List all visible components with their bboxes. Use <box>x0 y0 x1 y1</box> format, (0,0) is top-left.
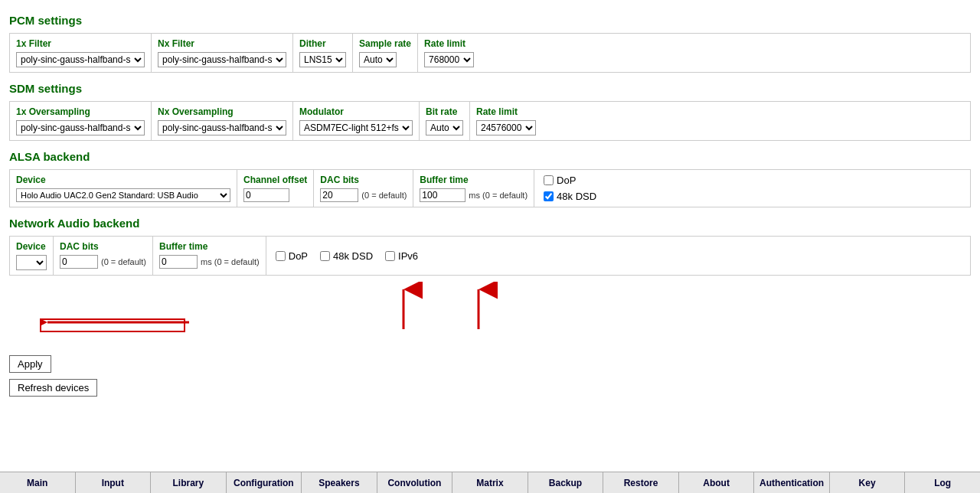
network-buffer-time-input[interactable] <box>159 255 198 269</box>
sdm-modulator-label: Modulator <box>299 106 413 117</box>
network-dsd48k-label: 48k DSD <box>333 250 373 262</box>
network-dop-label: DoP <box>289 250 308 262</box>
alsa-title: ALSA backend <box>9 150 971 163</box>
network-dsd48k-row: 48k DSD <box>320 250 373 262</box>
pcm-filter1x-select[interactable]: poly-sinc-gauss-halfband-s <box>16 52 145 67</box>
network-dop-row: DoP <box>276 250 308 262</box>
alsa-dsd48k-label: 48k DSD <box>557 191 596 202</box>
network-title: Network Audio backend <box>9 217 971 230</box>
alsa-device-select[interactable]: Holo Audio UAC2.0 Gen2 Standard: USB Aud… <box>16 188 230 202</box>
alsa-buffer-time-cell: Buffer time ms (0 = default) <box>413 170 534 207</box>
network-device-select[interactable] <box>16 255 47 270</box>
pcm-filter1x-label: 1x Filter <box>16 38 145 49</box>
pcm-samplerate-label: Sample rate <box>359 38 411 49</box>
sdm-oversamplingNx-label: Nx Oversampling <box>158 106 286 117</box>
arrow-outline-box <box>40 318 185 332</box>
pcm-settings-row: 1x Filter poly-sinc-gauss-halfband-s Nx … <box>9 33 971 73</box>
sdm-ratelimit-label: Rate limit <box>476 106 536 117</box>
sdm-oversamplingNx-cell: Nx Oversampling poly-sinc-gauss-halfband… <box>152 102 293 140</box>
alsa-dop-label: DoP <box>557 175 576 186</box>
sdm-modulator-select[interactable]: ASDM7EC-light 512+fs <box>299 120 413 135</box>
sdm-bitrate-cell: Bit rate Auto <box>420 102 470 140</box>
network-checkbox-area: DoP 48k DSD IPv6 <box>266 237 427 275</box>
alsa-buffer-time-input[interactable] <box>420 188 466 202</box>
alsa-dac-bits-label: DAC bits <box>320 175 407 185</box>
alsa-channel-offset-input[interactable] <box>243 188 289 202</box>
alsa-channel-offset-cell: Channel offset <box>237 170 314 207</box>
alsa-dop-checkbox[interactable] <box>544 175 554 185</box>
arrows-area <box>9 282 971 343</box>
alsa-buffer-time-label: Buffer time <box>420 175 528 185</box>
pcm-dither-cell: Dither LNS15 <box>293 34 353 72</box>
alsa-buffer-time-note: ms (0 = default) <box>469 191 528 200</box>
pcm-title: PCM settings <box>9 14 971 27</box>
sdm-modulator-cell: Modulator ASDM7EC-light 512+fs <box>293 102 420 140</box>
pcm-samplerate-select[interactable]: Auto <box>359 52 397 67</box>
alsa-channel-offset-label: Channel offset <box>243 175 307 185</box>
sdm-title: SDM settings <box>9 82 971 95</box>
sdm-oversampling1x-cell: 1x Oversampling poly-sinc-gauss-halfband… <box>10 102 152 140</box>
network-dac-bits-note: (0 = default) <box>101 257 146 266</box>
sdm-oversampling1x-label: 1x Oversampling <box>16 106 145 117</box>
alsa-device-cell: Device Holo Audio UAC2.0 Gen2 Standard: … <box>10 170 237 207</box>
alsa-dac-bits-input[interactable] <box>320 188 358 202</box>
alsa-dac-bits-cell: DAC bits (0 = default) <box>314 170 413 207</box>
network-dsd48k-checkbox[interactable] <box>320 251 330 261</box>
pcm-dither-label: Dither <box>299 38 346 49</box>
network-dac-bits-cell: DAC bits (0 = default) <box>54 237 153 275</box>
apply-button[interactable]: Apply <box>9 355 51 373</box>
alsa-dop-row: DoP <box>544 175 596 186</box>
pcm-filterNx-label: Nx Filter <box>158 38 286 49</box>
sdm-ratelimit-select[interactable]: 24576000 <box>476 120 536 135</box>
sdm-ratelimit-cell: Rate limit 24576000 <box>470 102 542 140</box>
network-device-cell: Device <box>10 237 54 275</box>
network-device-label: Device <box>16 241 47 252</box>
sdm-settings-row: 1x Oversampling poly-sinc-gauss-halfband… <box>9 101 971 141</box>
up-arrow-1 <box>384 282 423 331</box>
network-buffer-time-label: Buffer time <box>159 241 260 252</box>
pcm-ratelimit-cell: Rate limit 768000 <box>418 34 480 72</box>
alsa-dsd48k-row: 48k DSD <box>544 191 596 202</box>
network-buffer-time-cell: Buffer time ms (0 = default) <box>153 237 266 275</box>
pcm-ratelimit-select[interactable]: 768000 <box>424 52 474 67</box>
alsa-device-label: Device <box>16 175 230 185</box>
alsa-dac-bits-note: (0 = default) <box>361 191 407 200</box>
pcm-filterNx-select[interactable]: poly-sinc-gauss-halfband-s <box>158 52 286 67</box>
pcm-filter1x-cell: 1x Filter poly-sinc-gauss-halfband-s <box>10 34 152 72</box>
network-settings-container: Device DAC bits (0 = default) Buffer tim… <box>9 236 971 276</box>
pcm-samplerate-cell: Sample rate Auto <box>353 34 418 72</box>
network-buffer-time-note: ms (0 = default) <box>201 257 260 266</box>
refresh-devices-button[interactable]: Refresh devices <box>9 379 97 397</box>
sdm-bitrate-label: Bit rate <box>426 106 463 117</box>
alsa-dsd48k-checkbox[interactable] <box>544 191 554 201</box>
network-ipv6-row: IPv6 <box>385 250 418 262</box>
network-dac-bits-label: DAC bits <box>60 241 146 252</box>
network-ipv6-label: IPv6 <box>398 250 418 262</box>
network-dac-bits-input[interactable] <box>60 255 98 269</box>
network-ipv6-checkbox[interactable] <box>385 251 395 261</box>
pcm-filterNx-cell: Nx Filter poly-sinc-gauss-halfband-s <box>152 34 293 72</box>
up-arrow-2 <box>459 282 498 331</box>
pcm-dither-select[interactable]: LNS15 <box>299 52 346 67</box>
network-dop-checkbox[interactable] <box>276 251 286 261</box>
sdm-bitrate-select[interactable]: Auto <box>426 120 463 135</box>
sdm-oversamplingNx-select[interactable]: poly-sinc-gauss-halfband-s <box>158 120 286 135</box>
sdm-oversampling1x-select[interactable]: poly-sinc-gauss-halfband-s <box>16 120 145 135</box>
alsa-settings-container: Device Holo Audio UAC2.0 Gen2 Standard: … <box>9 169 971 207</box>
pcm-ratelimit-label: Rate limit <box>424 38 474 49</box>
alsa-checkbox-area: DoP 48k DSD <box>534 170 606 207</box>
